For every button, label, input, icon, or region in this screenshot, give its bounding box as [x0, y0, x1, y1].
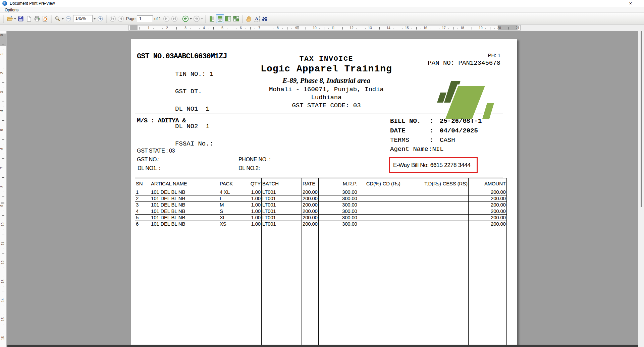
back-arrow-icon [182, 15, 189, 22]
table-cell: 300.00 [318, 215, 358, 221]
ruler-margin-block [130, 25, 138, 30]
open-dropdown-caret[interactable] [14, 18, 16, 20]
ruler-number: 2 [0, 72, 4, 74]
first-page-button[interactable] [109, 14, 117, 23]
table-cell [382, 202, 406, 208]
ruler-number: 10 [1, 223, 5, 226]
ruler-number: 12 [350, 26, 353, 30]
ruler-number: 8 [0, 186, 4, 188]
bill-number-label: BILL NO. [390, 117, 430, 125]
print-preview-window: L Document Print Pre-View × Options [0, 0, 644, 347]
text-select-button[interactable]: A [253, 14, 261, 23]
view-continuous-button[interactable] [216, 14, 224, 23]
table-cell: S [219, 208, 238, 215]
column-header: CD (Rs) [382, 178, 406, 189]
table-cell [382, 208, 406, 215]
ruler-number: 14 [1, 298, 5, 302]
table-cell: 200.00 [302, 195, 319, 202]
ruler-position-marker [1, 202, 5, 204]
zoom-out-button[interactable] [64, 14, 72, 23]
ruler-number: 3 [184, 26, 186, 30]
table-cell: 101 DEL BL NB [150, 189, 219, 195]
table-cell: 1.00 [238, 208, 262, 215]
table-cell [358, 202, 382, 208]
toolbar-grip [51, 15, 52, 22]
next-page-icon [163, 15, 170, 22]
ruler-number: 9 [0, 205, 4, 207]
company-address-line1: E-89, Phase 8, Industrial area [189, 76, 464, 85]
table-cell [406, 195, 442, 202]
table-cell: 3 [135, 202, 150, 208]
table-cell: 2 [135, 195, 150, 202]
export-button[interactable] [41, 14, 49, 23]
bill-number-value: 25-26/GST-1 [440, 117, 482, 125]
table-cell: 1.00 [238, 189, 262, 195]
table-cell: XS [219, 221, 238, 227]
ruler-number: 5 [221, 26, 223, 30]
toolbar-grip [106, 15, 107, 22]
page-number-input[interactable] [137, 15, 153, 22]
eway-bill-number: E-Way Bill No: 6615 2278 3444 [393, 162, 471, 169]
invoice-header-box: GST NO.03AABCL6630M1ZJ TIN NO.: 1 GST DT… [135, 50, 503, 114]
binoculars-icon [261, 15, 268, 22]
phone-number: PH: 1 [488, 52, 500, 58]
open-button[interactable] [6, 14, 14, 23]
view-multiple-pages-button[interactable] [232, 14, 240, 23]
plus-circle-icon [97, 16, 103, 22]
table-cell: 200.00 [468, 221, 506, 227]
table-cell: 4 [135, 208, 150, 215]
scrollbar-thumb[interactable] [641, 31, 642, 207]
vertical-scrollbar[interactable] [638, 31, 644, 347]
ruler-number: 13 [1, 279, 5, 283]
print-button[interactable] [33, 14, 41, 23]
bill-date-label: DATE [390, 127, 430, 134]
zoom-in-button[interactable] [96, 14, 104, 23]
zoom-level-combo[interactable]: 145% [73, 15, 93, 22]
ruler-number: 13 [368, 26, 372, 30]
document-type-title: TAX INVOICE [189, 55, 464, 63]
table-cell [442, 215, 468, 221]
bill-terms-label: TERMS [390, 136, 430, 144]
column-header: RATE [302, 178, 319, 189]
find-button[interactable] [261, 14, 269, 23]
forward-dropdown-caret[interactable] [201, 18, 203, 20]
close-icon[interactable]: × [627, 0, 635, 6]
party-phone: PHONE NO. : [238, 157, 270, 163]
document-page: GST NO.03AABCL6630M1ZJ TIN NO.: 1 GST DT… [131, 39, 517, 347]
party-dl-no1: DL NO1. : [138, 165, 160, 171]
bottom-edge-strip [7, 345, 638, 347]
view-single-page-button[interactable] [208, 14, 216, 23]
table-cell: 1 [135, 189, 150, 195]
ruler-number: 1 [0, 53, 4, 55]
back-button[interactable] [181, 14, 190, 23]
table-cell: 101 DEL BL NB [150, 195, 219, 202]
colon: : [430, 117, 440, 125]
hand-tool-button[interactable] [245, 14, 253, 23]
ruler-number: 15 [405, 26, 409, 30]
new-document-button[interactable] [25, 14, 33, 23]
back-dropdown-caret[interactable] [190, 18, 192, 20]
table-cell [382, 195, 406, 202]
table-row: 5101 DEL BL NBXL1.00LT001200.00300.00200… [135, 215, 507, 221]
zoom-tool-button[interactable] [53, 14, 61, 23]
table-cell: 200.00 [302, 202, 319, 208]
bill-terms-value: CASH [440, 136, 455, 144]
zoom-combo-caret[interactable] [94, 18, 96, 20]
party-name: M/S : ADITYA & [137, 117, 186, 124]
agent-name-row: Agent Name:NIL [390, 146, 444, 153]
table-cell: 300.00 [318, 208, 358, 215]
table-row: 2101 DEL BL NBL1.00LT001200.00300.00200.… [135, 195, 507, 202]
column-header: AMOUNT [468, 178, 506, 189]
next-page-button[interactable] [162, 14, 170, 23]
table-cell [442, 208, 468, 215]
forward-button[interactable] [193, 14, 201, 23]
table-cell: 300.00 [318, 195, 358, 202]
view-facing-pages-button[interactable] [224, 14, 232, 23]
column-header: BATCH [262, 178, 302, 189]
table-cell [442, 202, 468, 208]
save-button[interactable] [17, 14, 25, 23]
previous-page-button[interactable] [117, 14, 125, 23]
last-page-button[interactable] [170, 14, 178, 23]
minus-circle-icon [65, 16, 71, 22]
zoom-dropdown-caret[interactable] [62, 18, 64, 20]
